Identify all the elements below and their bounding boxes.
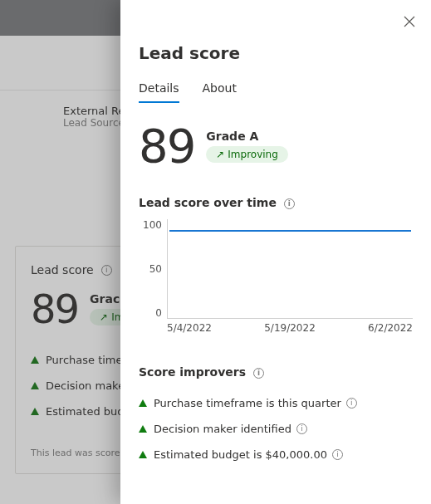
tab-details[interactable]: Details bbox=[139, 81, 179, 103]
panel-score-grade: Grade A bbox=[206, 130, 288, 143]
panel-improvers-list: Purchase timeframe is this quarteri Deci… bbox=[139, 390, 413, 467]
score-row: 89 Grade A ↗ Improving bbox=[139, 119, 413, 173]
info-icon[interactable]: i bbox=[346, 398, 357, 409]
triangle-up-icon bbox=[31, 408, 39, 415]
panel-score-value: 89 bbox=[139, 119, 194, 173]
lead-score-chart: 100 50 0 5/4/2022 5/19/2022 6/2/2022 bbox=[139, 219, 413, 335]
close-button[interactable] bbox=[401, 13, 418, 30]
triangle-up-icon bbox=[139, 425, 147, 433]
triangle-up-icon bbox=[31, 382, 39, 389]
y-tick: 0 bbox=[155, 307, 162, 319]
list-item: Decision maker identifiedi bbox=[139, 416, 413, 442]
chart-series-line bbox=[169, 230, 411, 232]
info-icon[interactable]: i bbox=[253, 368, 264, 379]
x-tick: 6/2/2022 bbox=[368, 322, 413, 334]
list-item: Purchase timeframe is this quarteri bbox=[139, 390, 413, 416]
y-tick: 50 bbox=[149, 263, 162, 275]
trend-up-icon: ↗ bbox=[100, 311, 108, 323]
x-tick: 5/19/2022 bbox=[264, 322, 316, 334]
chart-x-axis: 5/4/2022 5/19/2022 6/2/2022 bbox=[167, 322, 413, 334]
chart-plot-area bbox=[167, 219, 413, 319]
x-tick: 5/4/2022 bbox=[167, 322, 212, 334]
panel-title: Lead score bbox=[139, 43, 413, 63]
y-tick: 100 bbox=[143, 219, 162, 231]
lead-score-flyout: Lead score Details About 89 Grade A ↗ Im… bbox=[120, 0, 431, 504]
card-title: Lead score bbox=[31, 263, 94, 276]
lead-source-field: External Re Lead Source bbox=[63, 105, 125, 129]
tabs: Details About bbox=[139, 81, 413, 104]
triangle-up-icon bbox=[139, 399, 147, 407]
trend-up-icon: ↗ bbox=[216, 149, 224, 160]
close-icon bbox=[404, 16, 415, 27]
chart-y-axis: 100 50 0 bbox=[139, 219, 162, 319]
triangle-up-icon bbox=[31, 356, 39, 364]
score-value: 89 bbox=[31, 286, 78, 332]
info-icon[interactable]: i bbox=[332, 449, 343, 460]
lead-source-value: External Re bbox=[63, 105, 125, 117]
info-icon[interactable]: i bbox=[101, 265, 112, 276]
tab-about[interactable]: About bbox=[203, 81, 237, 103]
triangle-up-icon bbox=[139, 451, 147, 458]
list-item: Estimated budget is $40,000.00i bbox=[139, 442, 413, 467]
lead-source-label: Lead Source bbox=[63, 117, 125, 129]
info-icon[interactable]: i bbox=[296, 423, 307, 434]
chart-title: Lead score over time bbox=[139, 196, 277, 209]
improvers-title: Score improvers bbox=[139, 365, 246, 379]
panel-trend-pill: ↗ Improving bbox=[206, 146, 288, 163]
panel-trend-label: Improving bbox=[228, 149, 278, 160]
info-icon[interactable]: i bbox=[284, 198, 295, 209]
